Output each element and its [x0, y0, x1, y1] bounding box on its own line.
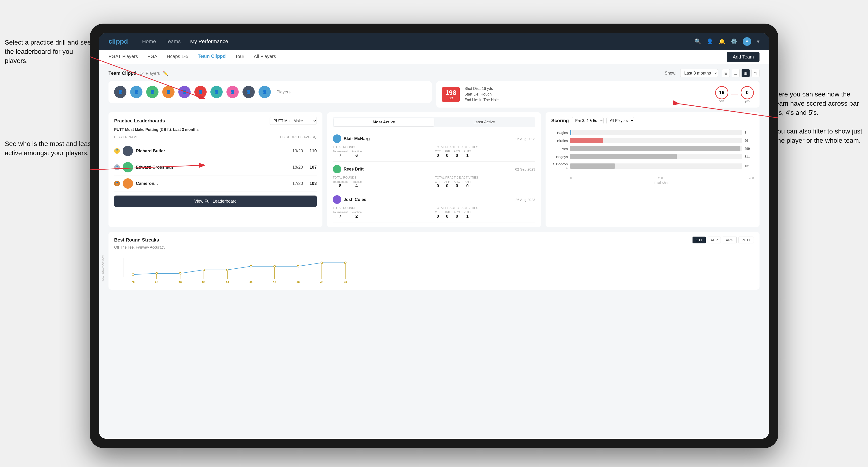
player-avatar-5[interactable]: 👤	[178, 86, 191, 98]
svg-text:4x: 4x	[249, 280, 253, 283]
tab-hcaps[interactable]: Hcaps 1-5	[167, 54, 188, 60]
leaderboard-subtitle: PUTT Must Make Putting (3-6 ft), Last 3 …	[114, 128, 317, 132]
most-active-toggle[interactable]: Most Active	[334, 118, 434, 126]
player-avatar-6[interactable]: 👤	[194, 86, 207, 98]
bell-icon[interactable]: 🔔	[719, 38, 725, 44]
practice-leaderboards-card: Practice Leaderboards PUTT Must Make Put…	[108, 112, 322, 227]
navbar-link-teams[interactable]: Teams	[165, 38, 181, 44]
edit-icon[interactable]: ✏️	[163, 71, 168, 76]
person-icon[interactable]: 👤	[707, 38, 713, 44]
activity-date-2: 02 Sep 2023	[515, 167, 535, 171]
streak-subtitle: Off The Tee, Fairway Accuracy	[114, 245, 754, 250]
activity-stats-1: Total Rounds Tournament 7 Practice 6	[333, 145, 535, 158]
lb-row-2[interactable]: 🥈 Edward Crossman 18/20 107	[114, 159, 317, 176]
scoring-bar-chart: Eagles 3 Birdies 96	[551, 128, 754, 175]
streak-filter-putt[interactable]: PUTT	[739, 237, 754, 243]
bar-fill-pars	[570, 146, 740, 151]
svg-point-13	[226, 269, 228, 271]
player-activity-blair: Blair McHarg 26 Aug 2023 Total Rounds To…	[333, 131, 535, 161]
lb-column-headers: PLAYER NAME PB SCORE PB AVG SQ	[114, 135, 317, 141]
player-activity-josh: Josh Coles 26 Aug 2023 Total Rounds Tour…	[333, 192, 535, 222]
player-avatar-3[interactable]: 👤	[146, 86, 158, 98]
grid-view-button[interactable]: ⊞	[722, 69, 730, 77]
player-avatar-4[interactable]: 👤	[162, 86, 175, 98]
subnav: PGAT Players PGA Hcaps 1-5 Team Clippd T…	[99, 50, 769, 64]
lb-player-name-2: Edward Crossman	[136, 165, 290, 170]
main-content: Team Clippd | 14 Players ✏️ Show: Last 3…	[99, 64, 769, 439]
bar-track-bogeys	[570, 154, 742, 159]
add-team-button[interactable]: Add Team	[727, 52, 760, 62]
tab-team-clippd[interactable]: Team Clippd	[198, 54, 226, 60]
player-avatar-2[interactable]: 👤	[130, 86, 143, 98]
view-icons: ⊞ ☰ ▦ ⇅	[722, 69, 760, 77]
bar-row-pars: Pars 499	[551, 146, 754, 151]
streak-filter-arg[interactable]: ARG	[723, 237, 737, 243]
navbar-link-home[interactable]: Home	[142, 38, 156, 44]
svg-text:3x: 3x	[344, 280, 347, 283]
leaderboard-card-header: Practice Leaderboards PUTT Must Make Put…	[114, 117, 317, 125]
lb-row-1[interactable]: 🥇 Richard Butler 19/20 110	[114, 143, 317, 159]
svg-point-28	[344, 262, 346, 264]
view-full-leaderboard-button[interactable]: View Full Leaderboard	[114, 195, 317, 207]
lb-player-name-1: Richard Butler	[136, 149, 290, 154]
tab-pgat-players[interactable]: PGAT Players	[108, 54, 138, 60]
bar-label-bogeys: Bogeys	[551, 155, 568, 159]
scoring-player-filter[interactable]: All Players	[607, 117, 634, 124]
svg-point-16	[250, 266, 252, 267]
players-label: Players	[276, 90, 290, 95]
streak-filter-ott[interactable]: OTT	[692, 237, 706, 243]
svg-point-4	[156, 272, 158, 274]
user-avatar[interactable]: A	[743, 37, 751, 46]
svg-point-22	[297, 266, 299, 267]
bar-value-pars: 499	[744, 147, 754, 151]
tab-pga[interactable]: PGA	[148, 54, 157, 60]
activity-avatar-1	[333, 134, 341, 143]
bar-fill-double-bogeys	[570, 163, 615, 168]
bar-label-birdies: Birdies	[551, 139, 568, 143]
lb-row-3[interactable]: 🥉 Cameron... 17/20 103	[114, 176, 317, 192]
show-period-select[interactable]: Last 3 months Last 6 months Last year	[680, 69, 718, 77]
player-avatar-7[interactable]: 👤	[210, 86, 223, 98]
svg-text:Hole, Fairway Accuracy: Hole, Fairway Accuracy	[101, 255, 104, 282]
shot-info: Shot Dist: 16 yds Start Lie: Rough End L…	[464, 86, 499, 103]
rank-badge-1: 🥇	[114, 148, 120, 154]
chart-axis-title: Total Shots	[551, 181, 754, 185]
most-active-card: Most Active Least Active Blair McHarg 26…	[327, 112, 541, 227]
settings-icon[interactable]: ⚙️	[731, 38, 737, 44]
tab-tour[interactable]: Tour	[235, 54, 244, 60]
lb-player-score-1: 19/20	[292, 149, 303, 154]
bar-fill-eagles	[570, 130, 571, 135]
tab-all-players[interactable]: All Players	[254, 54, 276, 60]
streak-filter-app[interactable]: APP	[708, 237, 721, 243]
player-avatar-1[interactable]: 👤	[114, 86, 126, 98]
bar-track-eagles	[570, 130, 742, 135]
card-view-button[interactable]: ▦	[742, 69, 750, 77]
navbar-icons: 🔍 👤 🔔 ⚙️ A ▾	[695, 37, 760, 46]
player-avatar-8[interactable]: 👤	[226, 86, 239, 98]
navbar-link-performance[interactable]: My Performance	[190, 38, 228, 44]
list-view-button[interactable]: ☰	[732, 69, 740, 77]
players-card: 👤 👤 👤 👤 👤 👤 👤 👤 👤 👤 Players	[108, 81, 432, 103]
search-icon[interactable]: 🔍	[695, 38, 701, 44]
svg-text:6x: 6x	[155, 280, 158, 283]
svg-text:4x: 4x	[273, 280, 276, 283]
annotation-right: Here you can see how the team have score…	[774, 90, 863, 145]
chevron-down-icon[interactable]: ▾	[757, 38, 760, 44]
scoring-title: Scoring	[551, 118, 569, 123]
bar-row-birdies: Birdies 96	[551, 138, 754, 143]
svg-point-7	[179, 272, 181, 274]
activity-stats-3: Total Rounds Tournament 7 Practice 2	[333, 206, 535, 219]
bar-row-eagles: Eagles 3	[551, 130, 754, 135]
drill-select[interactable]: PUTT Must Make Putting...	[270, 117, 317, 125]
sort-button[interactable]: ⇅	[751, 69, 760, 77]
lb-player-avg-2: 107	[310, 165, 317, 170]
activity-avatar-3	[333, 195, 341, 204]
player-avatar-9[interactable]: 👤	[243, 86, 255, 98]
bar-value-eagles: 3	[744, 131, 754, 134]
team-controls: Show: Last 3 months Last 6 months Last y…	[665, 69, 760, 77]
least-active-toggle[interactable]: Least Active	[434, 118, 534, 126]
scoring-par-filter[interactable]: Par 3, 4 & 5s Par 3s Par 4s Par 5s	[572, 117, 603, 124]
svg-text:7x: 7x	[131, 280, 135, 283]
player-avatar-10[interactable]: 👤	[258, 86, 271, 98]
team-title: Team Clippd | 14 Players ✏️	[108, 70, 168, 76]
